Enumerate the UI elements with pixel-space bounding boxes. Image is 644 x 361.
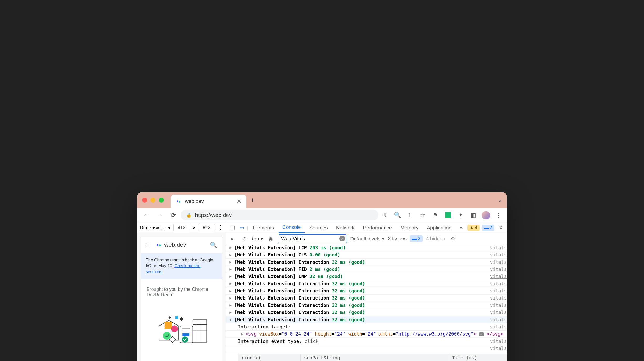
console-sidebar-icon[interactable]: ▸	[228, 236, 237, 242]
source-link[interactable]: vitals.js:280	[490, 339, 507, 344]
new-tab-button[interactable]: +	[251, 196, 255, 204]
source-link[interactable]: vitals.js:235	[490, 260, 507, 265]
download-icon[interactable]: ⇩	[380, 210, 390, 220]
source-link[interactable]: vitals.js:235	[490, 310, 507, 315]
sidepanel-icon[interactable]: ◧	[468, 210, 478, 220]
source-link[interactable]: vitals.js:235	[490, 245, 507, 250]
table-header: subPartString	[300, 354, 449, 361]
context-selector[interactable]: top ▾	[252, 236, 263, 242]
devtools-tabs: ⬚ ▭ | Elements Console Sources Network P…	[226, 222, 507, 233]
share-icon[interactable]: ⇧	[405, 210, 415, 220]
device-toggle-icon[interactable]: ▭	[238, 225, 246, 231]
viewport-content: ≡ web.dev 🔍 The Chrome team is back at G…	[137, 233, 226, 361]
profile-avatar[interactable]	[481, 210, 491, 220]
console-settings-icon[interactable]: ⚙	[449, 236, 457, 242]
device-viewport-panel: Dimensio… ▾ × ⋮ ≡ web.dev 🔍	[137, 222, 226, 361]
tab-network[interactable]: Network	[332, 222, 358, 233]
bookmark-icon[interactable]: ☆	[418, 210, 428, 220]
expand-arrow-icon[interactable]: ▶	[229, 260, 234, 264]
more-tabs-button[interactable]: »	[456, 222, 466, 233]
expand-arrow-icon[interactable]: ▶	[229, 303, 234, 307]
clear-console-icon[interactable]: ⊘	[240, 236, 249, 242]
source-link[interactable]: vitals.js:235	[490, 295, 507, 301]
viewport-height-input[interactable]	[198, 224, 215, 231]
tab-performance[interactable]: Performance	[359, 222, 396, 233]
log-row[interactable]: ▶ [Web Vitals Extension] Interaction 32 …	[226, 295, 507, 302]
expand-arrow-icon[interactable]: ▶	[229, 310, 234, 314]
back-button[interactable]: ←	[141, 209, 152, 221]
addressbar[interactable]: 🔒 https://web.dev	[181, 210, 378, 221]
warnings-badge[interactable]: ▲ 4	[467, 225, 479, 231]
tab-elements[interactable]: Elements	[249, 222, 278, 233]
browser-tab[interactable]: web.dev ✕	[171, 195, 246, 208]
log-row[interactable]: ▶ [Web Vitals Extension] Interaction 32 …	[226, 259, 507, 266]
source-link[interactable]: vitals.js:235	[490, 267, 507, 272]
log-row[interactable]: ▶ [Web Vitals Extension] Interaction 32 …	[226, 287, 507, 295]
source-link[interactable]: vitals.js:235	[490, 252, 507, 257]
close-tab-button[interactable]: ✕	[237, 198, 241, 205]
extension-webvitals-icon[interactable]	[443, 210, 453, 220]
source-link[interactable]: vitals.js:235	[490, 274, 507, 279]
webdev-logo[interactable]: web.dev	[156, 241, 186, 248]
log-row[interactable]: ▶ [Web Vitals Extension] Interaction 32 …	[226, 309, 507, 316]
tab-console[interactable]: Console	[279, 222, 305, 233]
url-text: https://web.dev	[195, 212, 232, 218]
extensions-icon[interactable]: ✦	[456, 210, 466, 220]
source-link[interactable]: vitals.js:277	[490, 324, 507, 329]
dimensions-label[interactable]: Dimensio…	[140, 225, 166, 231]
svg-point-11	[182, 336, 188, 343]
console-body[interactable]: ▶ [Web Vitals Extension] LCP 203 ms (goo…	[226, 244, 507, 361]
log-row[interactable]: ▶ [Web Vitals Extension] Interaction 32 …	[226, 302, 507, 309]
expand-arrow-icon[interactable]: ▶	[229, 281, 234, 286]
tab-application[interactable]: Application	[423, 222, 455, 233]
expand-arrow-icon[interactable]: ▶	[229, 245, 234, 250]
dropdown-icon[interactable]: ▾	[168, 225, 171, 231]
issues-link[interactable]: 2 Issues: ▬ 2	[388, 235, 423, 242]
log-row[interactable]: ▶ [Web Vitals Extension] INP 32 ms (good…	[226, 273, 507, 280]
log-levels-selector[interactable]: Default levels ▾	[350, 236, 385, 242]
tab-memory[interactable]: Memory	[397, 222, 422, 233]
devtools-settings-icon[interactable]: ⚙	[497, 225, 505, 230]
source-link[interactable]: vitals.js:235	[490, 288, 507, 293]
source-link[interactable]: vitals.js:235	[490, 281, 507, 286]
tab-sources[interactable]: Sources	[305, 222, 331, 233]
viewport-width-input[interactable]	[173, 224, 190, 231]
svg-point-5	[171, 325, 178, 332]
zoom-icon[interactable]: 🔍	[393, 210, 403, 220]
inspect-icon[interactable]: ⬚	[228, 225, 237, 231]
source-link[interactable]: vitals.js:287	[490, 346, 507, 351]
forward-button[interactable]: →	[154, 209, 166, 221]
source-link[interactable]: vitals.js:235	[490, 303, 507, 308]
search-icon[interactable]: 🔍	[210, 241, 217, 249]
hamburger-icon[interactable]: ≡	[146, 241, 153, 249]
log-row-expanded[interactable]: ▼ [Web Vitals Extension] Interaction 32 …	[226, 316, 507, 323]
expand-arrow-icon[interactable]: ▶	[229, 274, 234, 279]
console-filter-input[interactable]	[278, 234, 347, 243]
console-toolbar: ▸ ⊘ top ▾ ◉ ✕ Default levels ▾ 2 Issues:…	[226, 233, 507, 244]
svg-rect-12	[193, 320, 207, 342]
window-dropdown-icon[interactable]: ⌄	[498, 197, 502, 203]
log-row[interactable]: ▶ [Web Vitals Extension] CLS 0.00 (good)…	[226, 251, 507, 259]
log-row[interactable]: ▶ [Web Vitals Extension] FID 2 ms (good)…	[226, 266, 507, 273]
messages-badge[interactable]: ▬ 2	[482, 225, 494, 231]
log-row[interactable]: ▶ [Web Vitals Extension] Interaction 32 …	[226, 280, 507, 287]
close-window-button[interactable]	[142, 198, 147, 203]
svg-element-row[interactable]: ▶ <svg viewBox="0 0 24 24" height="24" w…	[226, 331, 507, 338]
live-expression-icon[interactable]: ◉	[267, 236, 275, 242]
reload-button[interactable]: ⟳	[167, 209, 179, 221]
toolbar-icons: ⇩ 🔍 ⇧ ☆ ⚑ ✦ ◧ ⋮	[380, 210, 503, 220]
expand-arrow-icon[interactable]: ▶	[229, 295, 234, 300]
log-row[interactable]: ▶ [Web Vitals Extension] LCP 203 ms (goo…	[226, 244, 507, 251]
collapse-arrow-icon[interactable]: ▼	[229, 317, 234, 322]
source-link[interactable]: vitals.js:235	[490, 317, 507, 322]
flag-icon[interactable]: ⚑	[430, 210, 440, 220]
minimize-window-button[interactable]	[150, 198, 155, 203]
svg-rect-19	[179, 317, 183, 321]
viewport-menu-icon[interactable]: ⋮	[217, 224, 223, 231]
browser-menu-icon[interactable]: ⋮	[494, 210, 503, 220]
maximize-window-button[interactable]	[159, 198, 164, 203]
traffic-lights	[142, 198, 164, 203]
expand-arrow-icon[interactable]: ▶	[229, 252, 234, 257]
expand-arrow-icon[interactable]: ▶	[229, 288, 234, 293]
expand-arrow-icon[interactable]: ▶	[229, 267, 234, 271]
